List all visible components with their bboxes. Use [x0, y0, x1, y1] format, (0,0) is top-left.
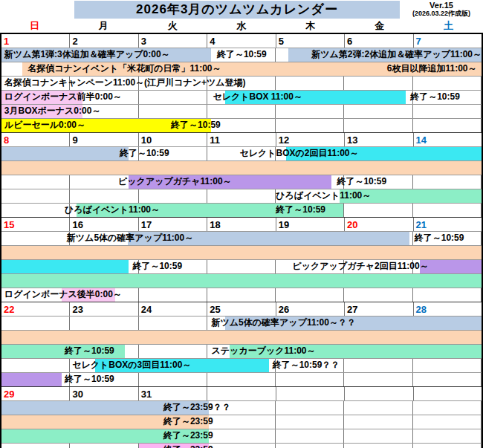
grid-cell: [207, 444, 276, 448]
event-label: 終了～10:59？？: [271, 359, 340, 371]
version-date-label: (2026.03.22作成版): [400, 10, 483, 17]
date-cell: 29: [1, 387, 70, 400]
week-row: 293031終了～23:59？？終了～23:59終了～23:59終了～23:59: [1, 386, 482, 448]
grid-cell: [1, 204, 70, 217]
date-number: 25: [207, 303, 220, 316]
version-label: Ver.15: [400, 1, 483, 10]
grid-cell: [207, 429, 276, 443]
grid-cell: [139, 105, 207, 118]
grid-cell: [70, 316, 138, 330]
date-cell: 19: [276, 218, 345, 231]
date-cell: 4: [207, 34, 276, 48]
event-label: ログインボーナス前半0:00～: [3, 91, 122, 103]
grid-cell: [276, 77, 344, 90]
date-row: 1234567: [1, 34, 482, 48]
grid-cell: [139, 345, 207, 358]
date-number: 14: [414, 134, 427, 146]
date-cell: 24: [139, 302, 207, 316]
event-label: 終了～10:59: [63, 345, 114, 357]
event-row: ピックアップガチャ11:00～終了～10:59: [1, 175, 482, 189]
event-row: ひろばイベント11:00～終了～10:59: [1, 203, 482, 217]
date-number: 19: [276, 218, 289, 231]
date-number: 28: [414, 303, 427, 316]
grid-cell: [344, 77, 412, 90]
event-label: ルビーセール0:00～: [3, 119, 85, 132]
event-label: 3月BOXボーナス0:00～: [3, 105, 101, 117]
grid-cell: [413, 429, 482, 443]
date-cell: 16: [70, 218, 138, 231]
day-name-火: 火: [138, 19, 207, 33]
event-row: 名探偵コナンキャンペーン11:00～(江戸川コナン+ツム登場): [1, 76, 482, 90]
grid-cell: [139, 91, 207, 104]
date-cell: [207, 387, 276, 400]
event-label: ひろばイベント11:00～: [63, 204, 160, 216]
grid-cell: [207, 415, 276, 429]
day-name-木: 木: [276, 19, 345, 33]
date-number: 10: [139, 134, 152, 146]
calendar-header: 2026年3月のツムツムカレンダー Ver.15 (2026.03.22作成版): [0, 1, 483, 19]
event-label: 終了～10:59: [131, 260, 182, 273]
date-row: 891011121314: [1, 133, 482, 146]
date-number: 15: [1, 218, 14, 231]
grid-cell: [139, 316, 207, 330]
date-cell: 3: [139, 34, 207, 48]
event-label: 名探偵コナンキャンペーン11:00～(江戸川コナン+ツム登場): [3, 77, 246, 89]
grid-cell: [344, 119, 412, 132]
grid-cell: [276, 415, 344, 429]
date-cell: 28: [414, 302, 482, 316]
grid-cell: [276, 119, 344, 132]
grid-cell: [413, 444, 482, 448]
event-row: 終了～23:59: [1, 429, 482, 443]
event-label: 終了～10:59: [215, 48, 267, 61]
date-number: 6: [345, 35, 352, 48]
grid-cell: [413, 105, 482, 118]
date-cell: 18: [207, 218, 276, 231]
event-label: 名探偵コナンイベント「米花町の日常」11:00～: [26, 62, 221, 75]
event-label: 新ツム5体の確率アップ11:00～？？: [210, 316, 356, 329]
grid-cell: [139, 288, 207, 302]
day-name-土: 土: [414, 19, 483, 33]
event-label: ステッカーブック11:00～: [210, 345, 316, 357]
event-label: ピックアップガチャ2回目11:00～: [291, 260, 428, 273]
event-bar: [1, 246, 482, 259]
date-cell: 7: [414, 34, 482, 48]
event-bar: [1, 331, 482, 344]
date-number: 21: [414, 218, 427, 231]
grid-cell: [344, 373, 412, 386]
event-row: 名探偵コナンイベント「米花町の日常」11:00～6枚目以降追加11:00～: [1, 62, 482, 76]
event-label: 終了～23:59: [162, 429, 213, 442]
event-row: 終了～23:59？？: [1, 400, 482, 415]
date-cell: 6: [345, 34, 413, 48]
tsum-tsum-calendar: 2026年3月のツムツムカレンダー Ver.15 (2026.03.22作成版)…: [0, 0, 483, 448]
grid-cell: [276, 429, 344, 443]
grid-cell: [1, 189, 70, 203]
event-label: セレクトBOX 11:00～: [211, 91, 302, 103]
date-number: 13: [345, 134, 357, 146]
grid-cell: [344, 204, 412, 217]
grid-cell: [1, 359, 70, 372]
date-number: 9: [70, 134, 77, 146]
date-cell: 1: [1, 34, 70, 48]
event-row: 終了～23:59: [1, 415, 482, 429]
event-row: ルビーセール0:00～終了～10:59: [1, 118, 482, 132]
event-label: 終了～23:59: [162, 444, 213, 448]
date-cell: 15: [1, 218, 70, 231]
date-cell: 26: [276, 302, 345, 316]
date-number: 8: [1, 134, 9, 146]
event-row: ログインボーナス後半0:00～: [1, 288, 482, 302]
grid-cell: [70, 189, 138, 203]
date-number: 27: [345, 303, 357, 316]
event-label: ピックアップガチャ11:00～: [117, 175, 232, 188]
grid-cell: [1, 316, 70, 330]
date-number: 5: [276, 35, 284, 48]
event-bar: [1, 274, 482, 288]
event-row: セレクトBOXの3回目11:00～終了～10:59？？: [1, 358, 482, 372]
date-number: 31: [139, 388, 152, 400]
calendar-grid: 1234567新ツム第1弾:3体追加＆確率アップ0:00～終了～10:59新ツム…: [0, 33, 483, 448]
date-row: 15161718192021: [1, 218, 482, 231]
grid-cell: [344, 429, 412, 443]
week-row: 891011121314終了～10:59セレクトBOXの2回目11:00～ピック…: [1, 132, 482, 217]
grid-cell: [413, 373, 482, 386]
date-cell: 30: [70, 387, 138, 400]
calendar-title: 2026年3月のツムツムカレンダー: [74, 1, 400, 19]
